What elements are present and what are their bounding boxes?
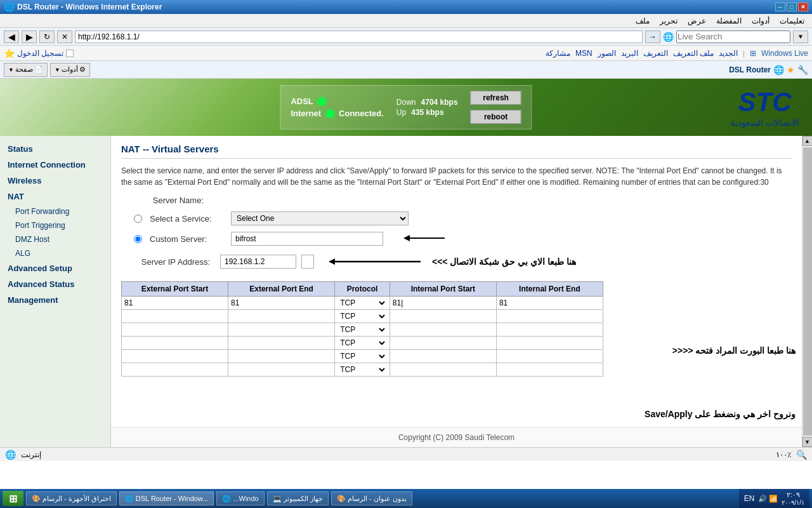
protocol-6[interactable]: TCPUDPTCP/UDP <box>337 364 387 375</box>
taskbar-item-2[interactable]: 🌐 DSL Router - Window... <box>119 491 214 505</box>
protocol-2[interactable]: TCPUDPTCP/UDP <box>337 311 387 321</box>
taskbar-item-4[interactable]: 💻 جهاز الكمبيوتر <box>267 491 329 505</box>
toolbar-tools-btn[interactable]: ⚙ أدوات ▼ <box>50 63 90 77</box>
sidebar-item-advanced-setup[interactable]: Advanced Setup <box>0 260 110 276</box>
int-start-2[interactable] <box>393 312 488 321</box>
int-start-6[interactable] <box>393 365 488 374</box>
int-end-5[interactable] <box>499 352 595 361</box>
minimize-button[interactable]: ─ <box>775 3 785 11</box>
nav-refresh-button[interactable]: ↻ <box>39 30 55 43</box>
address-input[interactable] <box>75 30 643 43</box>
save-annotation: ونروح اخر هي ونضغط على Save/Apply <box>645 409 796 419</box>
maximize-button[interactable]: □ <box>787 3 797 11</box>
right-scrollbar[interactable]: ▲ ▼ <box>802 136 812 447</box>
refresh-button[interactable]: refresh <box>471 91 521 105</box>
scroll-up-arrow[interactable]: ▲ <box>802 136 813 146</box>
nav-stop-button[interactable]: ✕ <box>57 30 72 43</box>
int-end-1[interactable] <box>499 298 595 307</box>
int-end-6[interactable] <box>499 365 595 374</box>
ie-link-mail[interactable]: البريد <box>621 49 638 58</box>
ie-link-photos[interactable]: الصور <box>598 49 616 58</box>
ext-start-5[interactable] <box>124 352 220 361</box>
ext-end-1[interactable] <box>231 298 327 307</box>
protocol-5[interactable]: TCPUDPTCP/UDP <box>337 351 387 361</box>
taskbar-label-4: جهاز الكمبيوتر <box>284 495 323 503</box>
ext-end-2[interactable] <box>231 312 327 321</box>
select-service-radio[interactable] <box>134 215 142 223</box>
close-button[interactable]: ✕ <box>798 3 808 11</box>
ext-end-5[interactable] <box>231 352 327 361</box>
nav-back-button[interactable]: ◀ <box>4 30 19 43</box>
taskbar-label-2: DSL Router - Window... <box>136 495 209 502</box>
int-start-1[interactable] <box>393 298 488 307</box>
go-button[interactable]: → <box>645 30 660 43</box>
tools-wrench[interactable]: 🔧 <box>797 65 808 75</box>
custom-server-radio[interactable] <box>134 235 142 243</box>
sidebar-item-management[interactable]: Management <box>0 292 110 308</box>
menu-item-help[interactable]: ملف <box>631 15 655 27</box>
ie-link-profile[interactable]: التعريف <box>643 49 668 58</box>
taskbar-item-5[interactable]: 🎨 بدون عنوان - الرسام <box>331 491 412 505</box>
int-end-3[interactable] <box>499 325 595 334</box>
action-btns: refresh reboot <box>471 91 521 124</box>
window-title: DSL Router - Windows Internet Explorer <box>17 3 162 11</box>
sidebar-item-port-triggering[interactable]: Port Triggering <box>0 218 110 232</box>
scroll-thumb[interactable] <box>803 147 812 436</box>
protocol-1[interactable]: TCPUDPTCP/UDP <box>337 298 387 308</box>
search-dropdown[interactable]: ▼ <box>793 30 808 43</box>
ie-link-msn[interactable]: MSN <box>575 49 593 58</box>
menu-item-tools[interactable]: تحرير <box>655 15 683 27</box>
sidebar-item-dmz[interactable]: DMZ Host <box>0 232 110 246</box>
int-start-3[interactable] <box>393 325 488 334</box>
ext-start-1[interactable] <box>124 298 220 307</box>
col-protocol: Protocol <box>335 282 390 297</box>
protocol-4[interactable]: TCPUDPTCP/UDP <box>337 338 387 348</box>
reboot-button[interactable]: reboot <box>471 110 521 124</box>
ext-end-6[interactable] <box>231 365 327 374</box>
scroll-down-arrow[interactable]: ▼ <box>802 437 813 447</box>
ie-link-profile2[interactable]: ملف التعريف <box>673 49 714 58</box>
int-end-2[interactable] <box>499 312 595 321</box>
page-dropdown-icon[interactable]: ▼ <box>8 67 14 73</box>
toolbar-page-btn[interactable]: 📄 صفحة ▼ <box>4 63 48 77</box>
ext-start-4[interactable] <box>124 338 220 347</box>
fav-login-btn[interactable]: تسجيل الدخول <box>17 49 63 58</box>
ext-start-3[interactable] <box>124 325 220 334</box>
sidebar-item-alg[interactable]: ALG <box>0 246 110 260</box>
sidebar: Status Internet Connection Wireless NAT … <box>0 136 111 447</box>
menu-item-file[interactable]: تعليمات <box>775 15 809 27</box>
sidebar-item-port-forwarding[interactable]: Port Forwarding <box>0 204 110 218</box>
ext-start-2[interactable] <box>124 312 220 321</box>
menu-item-view[interactable]: المفضلة <box>711 15 747 27</box>
sidebar-item-status[interactable]: Status <box>0 141 110 157</box>
ie-link-new[interactable]: الجديد <box>719 49 738 58</box>
sidebar-item-wireless[interactable]: Wireless <box>0 173 110 189</box>
sidebar-item-nat[interactable]: NAT <box>0 189 110 204</box>
nav-forward-button[interactable]: ▶ <box>22 30 37 43</box>
tools-dropdown-icon[interactable]: ▼ <box>55 67 60 73</box>
taskbar-label-3: ...Windo <box>233 495 258 502</box>
start-button[interactable]: ⊞ <box>3 491 23 506</box>
menu-item-favs[interactable]: عرض <box>683 15 711 27</box>
fav-checkbox[interactable] <box>66 50 74 57</box>
fav-star[interactable]: ★ <box>787 65 795 75</box>
taskbar-item-1[interactable]: 🎨 اختراق الأجهزة - الرسام <box>26 491 117 505</box>
sidebar-item-advanced-status[interactable]: Advanced Status <box>0 276 110 292</box>
int-start-4[interactable] <box>393 338 488 347</box>
protocol-3[interactable]: TCPUDPTCP/UDP <box>337 324 387 335</box>
ie-link-share[interactable]: مشاركة <box>546 49 570 58</box>
service-select[interactable]: Select One <box>231 211 409 225</box>
server-ip-input[interactable] <box>220 255 296 269</box>
custom-server-input[interactable] <box>231 232 383 246</box>
ext-end-4[interactable] <box>231 338 327 347</box>
table-row: TCPUDPTCP/UDP <box>122 363 603 377</box>
ip-checkbox[interactable] <box>301 255 314 269</box>
ext-end-3[interactable] <box>231 325 327 334</box>
taskbar-item-3[interactable]: 🌐 ...Windo <box>216 491 264 505</box>
int-end-4[interactable] <box>499 338 595 347</box>
sidebar-item-internet[interactable]: Internet Connection <box>0 157 110 173</box>
int-start-5[interactable] <box>393 352 488 361</box>
menu-item-edit[interactable]: أدوات <box>747 15 775 27</box>
search-input[interactable] <box>676 30 790 43</box>
ext-start-6[interactable] <box>124 365 220 374</box>
